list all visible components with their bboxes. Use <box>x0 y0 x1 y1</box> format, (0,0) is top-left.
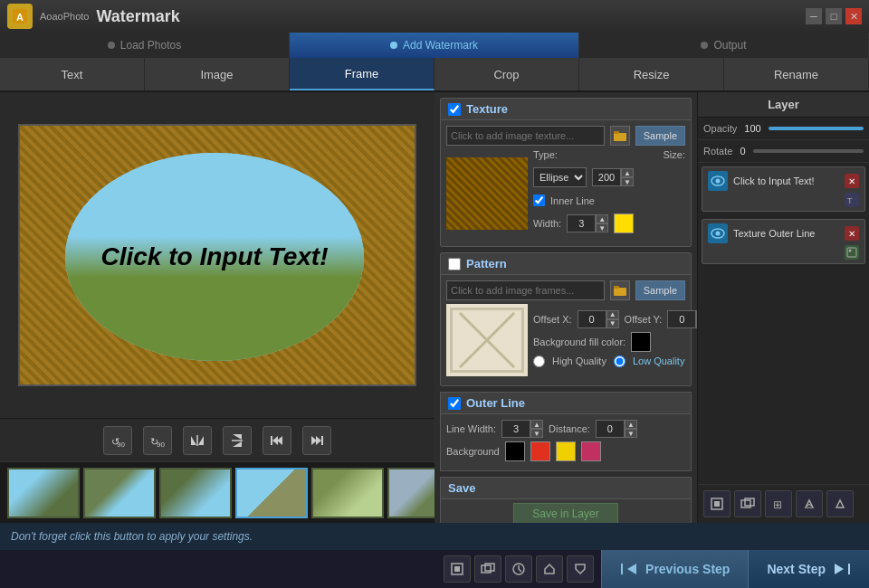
thumbnail-2[interactable] <box>83 468 156 518</box>
quality-high-radio[interactable] <box>533 356 545 367</box>
pattern-title: Pattern <box>466 257 507 270</box>
offset-x-up[interactable]: ▲ <box>606 310 619 319</box>
pattern-folder-button[interactable] <box>610 280 630 300</box>
rotate-slider[interactable] <box>753 149 864 153</box>
thumbnail-1[interactable] <box>7 468 80 518</box>
bg-color-red[interactable] <box>530 441 550 461</box>
thumbnail-5[interactable] <box>311 468 384 518</box>
close-button[interactable]: ✕ <box>845 8 862 24</box>
inner-line-checkbox[interactable] <box>533 194 545 206</box>
texture-checkbox[interactable] <box>448 103 461 116</box>
distance-down[interactable]: ▼ <box>625 429 637 438</box>
rotate-left-button[interactable]: ↺90 <box>103 426 132 455</box>
background-row: Background <box>446 441 685 461</box>
quality-low-radio[interactable] <box>614 356 625 367</box>
maximize-button[interactable]: □ <box>826 8 842 24</box>
canvas-text-overlay[interactable]: Click to Input Text! <box>101 242 329 271</box>
thumbnail-3[interactable] <box>159 468 232 518</box>
offset-x-input[interactable] <box>578 310 606 328</box>
skip-back-button[interactable] <box>263 426 291 455</box>
thumbnail-6[interactable] <box>387 468 434 518</box>
skip-forward-button[interactable] <box>302 426 331 455</box>
layer-2-img-icon[interactable] <box>845 245 859 260</box>
texture-path-input[interactable] <box>446 126 605 146</box>
rotate-right-button[interactable]: ↻90 <box>143 426 172 455</box>
width-row: Width: ▲ ▼ <box>533 213 685 233</box>
background-label: Background <box>446 446 500 457</box>
texture-size-down[interactable]: ▼ <box>621 177 634 186</box>
flip-vertical-button[interactable] <box>223 426 252 455</box>
layer-tool-3[interactable]: ⊞ <box>765 490 792 517</box>
pattern-section-header: Pattern <box>441 253 691 275</box>
next-step-label: Next Step <box>767 562 826 576</box>
layer-2-eye-button[interactable] <box>708 223 728 243</box>
layer-1-close-button[interactable]: ✕ <box>845 174 859 188</box>
layer-2-close-button[interactable]: ✕ <box>845 226 859 241</box>
previous-step-button[interactable]: Previous Step <box>601 550 749 588</box>
tab-text[interactable]: Text <box>0 58 145 90</box>
tab-frame[interactable]: Frame <box>290 58 434 90</box>
next-step-button[interactable]: Next Step <box>749 550 869 588</box>
width-down[interactable]: ▼ <box>596 223 608 232</box>
size-label: Size: <box>664 149 685 160</box>
texture-type-select[interactable]: Ellipse <box>533 167 587 187</box>
outer-line-checkbox[interactable] <box>448 397 461 410</box>
app-name: AoaoPhoto <box>40 11 89 22</box>
svg-marker-6 <box>191 436 196 445</box>
layer-tool-1[interactable] <box>703 490 731 517</box>
canvas-image[interactable]: Click to Input Text! <box>18 124 416 386</box>
texture-size-up[interactable]: ▲ <box>621 168 634 177</box>
bg-color-yellow[interactable] <box>556 441 576 461</box>
footer-tool-4[interactable] <box>536 555 563 583</box>
main-content: Click to Input Text! ↺90 ↻90 <box>0 92 869 523</box>
pattern-preview <box>446 304 528 376</box>
canvas-controls: ↺90 ↻90 <box>0 418 434 461</box>
width-up[interactable]: ▲ <box>596 214 608 223</box>
outer-line-header: Outer Line <box>441 393 691 414</box>
layer-item-2-row: Texture Outer Line ✕ <box>708 223 859 243</box>
window-controls[interactable]: ─ □ ✕ <box>806 8 862 24</box>
layer-1-text-icon[interactable]: T <box>845 193 859 207</box>
distance-input[interactable] <box>596 420 625 438</box>
footer-tool-3[interactable] <box>505 555 532 583</box>
width-color-swatch[interactable] <box>614 213 634 233</box>
offset-y-input[interactable] <box>667 310 696 328</box>
texture-size-input[interactable] <box>592 168 621 186</box>
tab-crop[interactable]: Crop <box>434 58 579 90</box>
footer-tool-5[interactable] <box>567 555 594 583</box>
layer-1-eye-button[interactable] <box>708 171 728 191</box>
layer-tool-2[interactable] <box>734 490 761 517</box>
step-output[interactable]: Output <box>579 33 869 58</box>
width-input[interactable] <box>567 214 596 232</box>
opacity-slider[interactable] <box>769 127 864 130</box>
minimize-button[interactable]: ─ <box>806 8 822 24</box>
step3-label: Output <box>713 39 746 52</box>
offset-x-down[interactable]: ▼ <box>606 319 619 328</box>
layer-tool-5[interactable] <box>826 490 854 517</box>
line-width-label: Line Width: <box>446 423 496 434</box>
tab-resize[interactable]: Resize <box>579 58 724 90</box>
layer-tool-4[interactable] <box>796 490 823 517</box>
footer-tool-1[interactable] <box>444 555 471 583</box>
texture-folder-button[interactable] <box>610 126 630 146</box>
footer-tool-2[interactable] <box>474 555 501 583</box>
line-width-up[interactable]: ▲ <box>530 420 543 429</box>
pattern-path-input[interactable] <box>446 280 605 300</box>
bg-fill-color-swatch[interactable] <box>631 332 651 352</box>
thumbnail-4[interactable] <box>235 468 308 518</box>
pattern-checkbox[interactable] <box>448 258 461 270</box>
step-add-watermark[interactable]: Add Watermark <box>290 33 579 58</box>
line-width-input[interactable] <box>501 420 530 438</box>
bg-color-pink[interactable] <box>581 441 601 461</box>
tab-image[interactable]: Image <box>145 58 290 90</box>
step-load-photos[interactable]: Load Photos <box>0 33 290 58</box>
save-in-layer-button[interactable]: Save in Layer <box>513 503 617 523</box>
texture-sample-button[interactable]: Sample <box>635 126 685 146</box>
tab-rename[interactable]: Rename <box>724 58 869 90</box>
pattern-sample-button[interactable]: Sample <box>635 280 685 300</box>
bg-color-black[interactable] <box>505 441 525 461</box>
distance-up[interactable]: ▲ <box>625 420 637 429</box>
line-width-down[interactable]: ▼ <box>530 429 543 438</box>
texture-path-row: Sample <box>446 126 685 146</box>
flip-horizontal-button[interactable] <box>183 426 212 455</box>
